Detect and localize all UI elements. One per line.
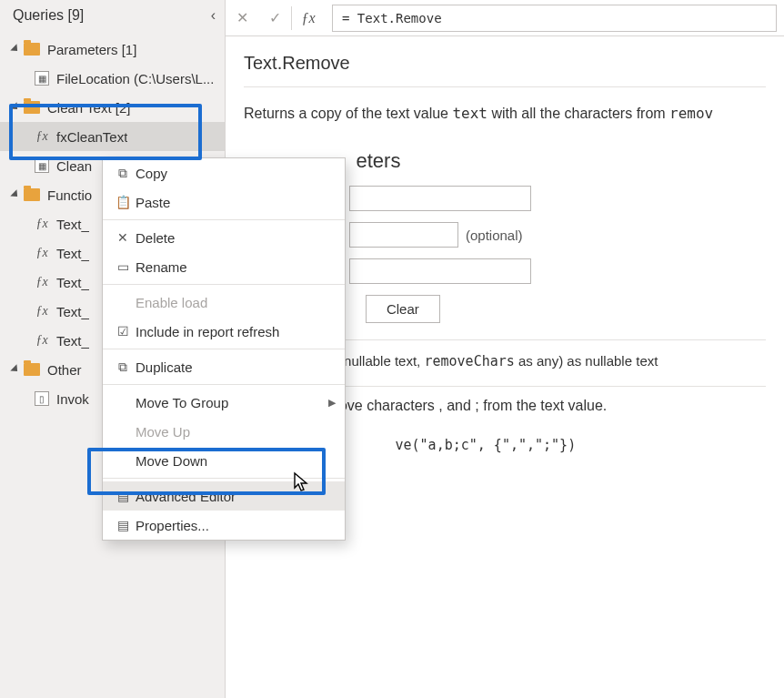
function-icon: ƒx <box>35 129 49 144</box>
menu-separator <box>103 349 345 349</box>
expand-icon <box>10 364 20 374</box>
menu-item-duplicate[interactable]: ⧉ Duplicate <box>103 352 345 381</box>
function-icon: ƒx <box>35 333 49 348</box>
folder-icon <box>24 188 40 201</box>
clear-button[interactable]: Clear <box>366 295 440 323</box>
menu-item-delete[interactable]: ✕ Delete <box>103 223 345 252</box>
param-extra-input[interactable] <box>349 258 531 284</box>
item-label: Text_ <box>56 304 89 319</box>
submenu-arrow-icon: ▶ <box>328 397 345 409</box>
tree-group-cleantext[interactable]: Clean Text [2] <box>0 93 225 122</box>
doc-title: Text.Remove <box>244 53 766 74</box>
delete-icon: ✕ <box>110 230 136 245</box>
optional-label: (optional) <box>466 228 523 243</box>
fx-icon: ƒx <box>292 10 325 26</box>
copy-icon: ⧉ <box>110 166 136 181</box>
accept-formula-button[interactable]: ✓ <box>258 9 291 26</box>
item-label: Text_ <box>56 217 89 232</box>
menu-separator <box>103 219 345 220</box>
doc-icon: ▯ <box>35 391 49 406</box>
context-menu: ⧉ Copy 📋 Paste ✕ Delete ▭ Rename Enable … <box>102 157 346 541</box>
menu-item-rename[interactable]: ▭ Rename <box>103 252 345 281</box>
item-label: fxCleanText <box>56 129 127 145</box>
function-icon: ƒx <box>35 217 49 231</box>
properties-icon: ▤ <box>110 518 136 532</box>
menu-item-move-up: Move Up <box>103 417 345 446</box>
formula-input[interactable] <box>332 5 777 32</box>
menu-item-enable-load: Enable load <box>103 288 345 317</box>
expand-icon <box>10 102 20 112</box>
formula-bar: ✕ ✓ ƒx <box>226 0 784 36</box>
doc-description: Returns a copy of the text value text wi… <box>244 87 766 144</box>
duplicate-icon: ⧉ <box>110 359 136 375</box>
menu-item-paste[interactable]: 📋 Paste <box>103 187 345 217</box>
param-text-input[interactable] <box>349 186 531 211</box>
menu-item-include-refresh[interactable]: ☑ Include in report refresh <box>103 317 345 346</box>
group-label: Other <box>47 362 82 378</box>
item-label: Clean <box>56 158 92 174</box>
group-label: Parameters [1] <box>47 42 136 57</box>
menu-separator <box>103 384 345 385</box>
menu-item-move-down[interactable]: Move Down <box>103 446 345 475</box>
cancel-formula-button[interactable]: ✕ <box>226 9 258 26</box>
paste-icon: 📋 <box>110 195 136 209</box>
group-label: Clean Text [2] <box>47 100 130 116</box>
folder-icon <box>24 43 40 56</box>
table-icon: ▦ <box>35 158 49 173</box>
item-label: Invok <box>56 391 89 407</box>
item-label: FileLocation (C:\Users\L... <box>56 71 214 86</box>
param-removechars-input[interactable] <box>349 222 458 248</box>
folder-icon <box>24 101 40 114</box>
tree-item-fxcleantext[interactable]: ƒx fxCleanText <box>0 122 225 151</box>
collapse-sidebar-button[interactable]: ‹ <box>211 7 216 24</box>
function-icon: ƒx <box>35 246 49 260</box>
menu-item-copy[interactable]: ⧉ Copy <box>103 158 345 187</box>
editor-icon: ▤ <box>110 489 136 503</box>
folder-icon <box>24 363 40 376</box>
check-icon: ☑ <box>110 324 136 339</box>
parameter-icon: ▦ <box>35 71 49 86</box>
function-icon: ƒx <box>35 275 49 289</box>
menu-item-properties[interactable]: ▤ Properties... <box>103 511 345 540</box>
menu-separator <box>103 478 345 479</box>
menu-item-advanced-editor[interactable]: ▤ Advanced Editor <box>103 481 345 511</box>
tree-item-filelocation[interactable]: ▦ FileLocation (C:\Users\L... <box>0 64 225 93</box>
item-label: Text_ <box>56 275 89 290</box>
function-icon: ƒx <box>35 304 49 319</box>
item-label: Text_ <box>56 333 89 349</box>
sidebar-header: Queries [9] ‹ <box>0 0 225 31</box>
menu-separator <box>103 284 345 285</box>
sidebar-title: Queries [9] <box>13 7 84 24</box>
item-label: Text_ <box>56 246 89 261</box>
tree-group-parameters[interactable]: Parameters [1] <box>0 35 225 64</box>
expand-icon <box>10 44 20 54</box>
menu-item-move-to-group[interactable]: Move To Group ▶ <box>103 388 345 417</box>
group-label: Functio <box>47 187 92 203</box>
rename-icon: ▭ <box>110 259 136 274</box>
expand-icon <box>10 189 20 199</box>
